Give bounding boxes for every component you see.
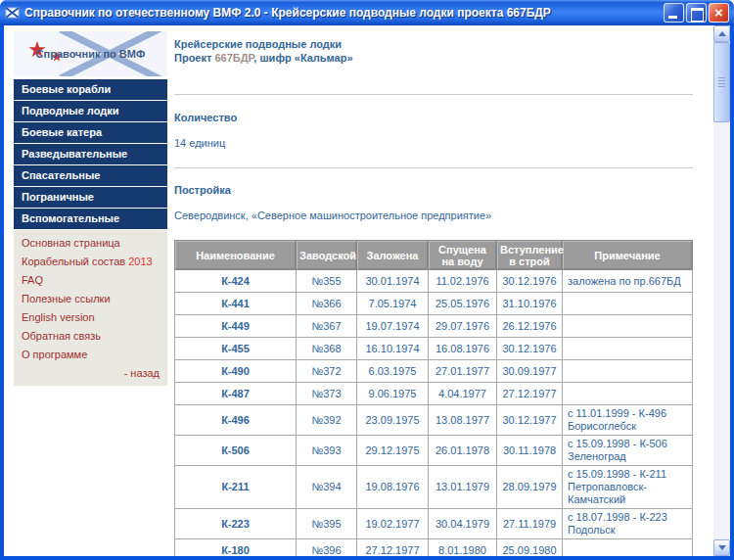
name-cell: К-424 — [175, 270, 297, 293]
name-cell: К-441 — [175, 293, 297, 315]
laid-down-cell: 16.10.1974 — [357, 338, 429, 360]
sidebar-link-fleet-roster[interactable]: Корабельный состав 2013 — [14, 253, 167, 271]
maximize-button[interactable] — [686, 3, 707, 23]
launched-cell: 26.01.1978 — [429, 436, 497, 466]
app-window: Справочник по отечественному ВМФ 2.0 - К… — [0, 0, 734, 560]
scroll-up-button[interactable] — [713, 25, 730, 42]
column-header: Заложена — [357, 241, 429, 270]
arrow-down-icon — [718, 545, 726, 550]
name-cell: К-490 — [175, 360, 297, 383]
note-cell: с 18.07.1998 - К-223 Подольск — [563, 509, 693, 539]
table-row: К-180№39627.12.19778.01.198025.09.1980 — [175, 539, 693, 557]
title-bar[interactable]: Справочник по отечественному ВМФ 2.0 - К… — [0, 0, 734, 25]
name-cell: К-506 — [175, 436, 297, 466]
main-content: Крейсерские подводные лодки Проект 667БД… — [174, 38, 693, 556]
name-cell: К-180 — [175, 539, 297, 557]
launched-cell: 30.04.1979 — [429, 509, 497, 539]
sidebar-item-combat-ships[interactable]: Боевые корабли — [14, 79, 167, 100]
note-cell: с 15.09.1998 - К-506 Зеленоград — [563, 436, 693, 466]
name-cell: К-455 — [175, 338, 297, 360]
factory-number-cell: №373 — [297, 383, 357, 405]
sidebar-link-faq[interactable]: FAQ — [14, 271, 167, 290]
table-row: К-490№3726.03.197527.01.197730.09.1977 — [175, 360, 693, 383]
table-row: К-487№3739.06.19754.04.197727.12.1977 — [175, 383, 693, 405]
note-cell — [563, 315, 693, 338]
sidebar-item-border-guard[interactable]: Пограничные — [14, 187, 167, 208]
factory-number-cell: №372 — [297, 360, 357, 383]
sidebar: Справочник по ВМФ Боевые кораблиПодводны… — [14, 31, 167, 386]
page-title: Крейсерские подводные лодки — [174, 38, 693, 51]
window-controls — [662, 3, 729, 23]
scroll-down-button[interactable] — [713, 539, 730, 556]
commissioned-cell: 26.12.1976 — [497, 315, 563, 338]
launched-cell: 16.08.1976 — [429, 338, 497, 360]
laid-down-cell: 19.07.1974 — [357, 315, 429, 338]
table-row: К-449№36719.07.197429.07.197626.12.1976 — [175, 315, 693, 338]
column-header: Наименование — [175, 241, 297, 270]
sidebar-item-rescue[interactable]: Спасательные — [14, 165, 167, 186]
table-body: К-424№35530.01.197411.02.197630.12.1976з… — [175, 270, 693, 557]
column-header: Примечание — [563, 241, 693, 270]
table-row: К-424№35530.01.197411.02.197630.12.1976з… — [175, 270, 693, 293]
table-row: К-506№39329.12.197526.01.197830.11.1978с… — [175, 436, 693, 466]
name-cell: К-496 — [175, 405, 297, 436]
laid-down-cell: 27.12.1977 — [357, 539, 429, 557]
sidebar-link-english-version[interactable]: English version — [14, 308, 167, 327]
sidebar-item-submarines[interactable]: Подводные лодки — [14, 101, 167, 121]
window-title: Справочник по отечественному ВМФ 2.0 - К… — [24, 6, 658, 20]
laid-down-cell: 7.05.1974 — [357, 293, 429, 315]
commissioned-cell: 30.12.1976 — [497, 338, 563, 360]
laid-down-cell: 29.12.1975 — [357, 436, 429, 466]
table-row: К-441№3667.05.197425.05.197631.10.1976 — [175, 293, 693, 315]
sidebar-logo: Справочник по ВМФ — [14, 31, 167, 76]
factory-number-cell: №355 — [297, 270, 357, 293]
note-cell — [563, 539, 693, 557]
note-cell: с 11.01.1999 - К-496 Борисоглебск — [563, 405, 693, 436]
factory-number-cell: №367 — [297, 315, 357, 338]
build-label: Постройка — [174, 184, 693, 197]
separator — [174, 94, 693, 95]
factory-number-cell: №393 — [297, 436, 357, 466]
project-prefix: Проект — [174, 52, 214, 64]
table-header-row: НаименованиеЗаводскойЗаложенаСпущена на … — [175, 241, 693, 270]
sidebar-nav: Боевые кораблиПодводные лодкиБоевые кате… — [14, 79, 167, 229]
name-cell: К-487 — [175, 383, 297, 405]
sidebar-link-main-page[interactable]: Основная страница — [14, 234, 167, 253]
sidebar-links-box: Основная страницаКорабельный состав 2013… — [14, 230, 167, 386]
launched-cell: 4.04.1977 — [429, 383, 497, 405]
sidebar-item-combat-boats[interactable]: Боевые катера — [14, 122, 167, 143]
commissioned-cell: 27.11.1979 — [497, 509, 563, 539]
commissioned-cell: 30.12.1977 — [497, 405, 563, 436]
sidebar-item-auxiliary[interactable]: Вспомогательные — [14, 209, 167, 229]
table-row: К-211№39419.08.197613.01.197928.09.1979с… — [175, 466, 693, 509]
sidebar-link-about[interactable]: О программе — [14, 346, 167, 364]
sidebar-links: Основная страницаКорабельный состав 2013… — [14, 234, 167, 364]
commissioned-cell: 31.10.1976 — [497, 293, 563, 315]
launched-cell: 8.01.1980 — [429, 539, 497, 557]
factory-number-cell: №394 — [297, 466, 357, 509]
client-area: Справочник по ВМФ Боевые кораблиПодводны… — [4, 25, 730, 556]
column-header: Вступление в строй — [497, 241, 563, 270]
close-button[interactable] — [709, 3, 729, 23]
ships-table: НаименованиеЗаводскойЗаложенаСпущена на … — [174, 240, 693, 556]
sidebar-link-useful-links[interactable]: Полезные ссылки — [14, 290, 167, 308]
quantity-label: Количество — [174, 112, 693, 124]
app-icon — [5, 5, 21, 21]
back-link[interactable]: - назад — [14, 364, 167, 383]
quantity-value: 14 единиц — [174, 137, 693, 150]
minimize-button[interactable] — [664, 3, 684, 23]
note-cell — [563, 383, 693, 405]
factory-number-cell: №396 — [297, 539, 357, 557]
scrollbar-thumb[interactable] — [713, 42, 730, 122]
vertical-scrollbar[interactable] — [713, 25, 730, 556]
sidebar-item-reconnaissance[interactable]: Разведывательные — [14, 144, 167, 164]
column-header: Спущена на воду — [429, 241, 497, 270]
note-cell — [563, 360, 693, 383]
launched-cell: 13.08.1977 — [429, 405, 497, 436]
project-number: 667БДР — [214, 52, 253, 64]
logo-text: Справочник по ВМФ — [14, 31, 167, 76]
sidebar-link-feedback[interactable]: Обратная связь — [14, 327, 167, 346]
column-header: Заводской — [297, 241, 357, 270]
note-cell: заложена по пр.667БД — [563, 270, 693, 293]
note-cell: с 15.09.1998 - К-211 Петропавловск-Камча… — [563, 466, 693, 509]
